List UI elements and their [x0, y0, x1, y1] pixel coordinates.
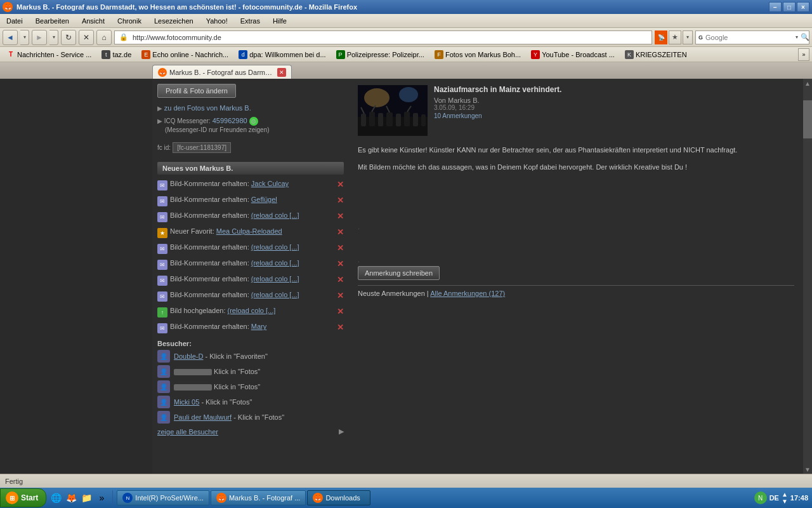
taskbar-language: DE — [769, 494, 779, 502]
news-link-0[interactable]: Jack Culcay — [251, 180, 289, 187]
bookmark-fotos[interactable]: F Fotos von Markus Boh... — [431, 49, 525, 60]
news-link-5[interactable]: (reload colo [...] — [251, 259, 299, 267]
news-close-8[interactable]: ✕ — [337, 307, 344, 316]
bookmark-echo[interactable]: E Echo online - Nachrich... — [138, 49, 232, 60]
minimize-button[interactable]: − — [769, 2, 782, 12]
visitor-link-3[interactable]: Micki 05 — [174, 398, 199, 406]
news-close-5[interactable]: ✕ — [337, 259, 344, 269]
write-comment-button[interactable]: Anmerkung schreiben — [358, 266, 440, 280]
bookmarks-more-button[interactable]: » — [798, 48, 809, 61]
visitor-link-4[interactable]: Pauli der Maulwurf — [174, 413, 232, 421]
taskbar-folder-icon[interactable]: 📁 — [79, 491, 93, 505]
scroll-track[interactable] — [803, 138, 812, 465]
news-item-3: ★ Neuer Favorit: Mea Culpa-Reloaded ✕ — [157, 226, 344, 239]
back-dropdown[interactable]: ▾ — [20, 30, 29, 45]
taskbar-item-markus[interactable]: 🦊 Markus B. - Fotograf ... — [211, 490, 306, 505]
news-link-6[interactable]: (reload colo [...] — [251, 275, 299, 283]
title-bar-buttons[interactable]: − □ × — [769, 2, 809, 12]
start-button[interactable]: ⊞ Start — [0, 488, 46, 507]
visitor-link-0[interactable]: Double-D — [174, 352, 203, 360]
refresh-button[interactable]: ↻ — [61, 30, 76, 45]
taskbar-ff-icon[interactable]: 🦊 — [64, 491, 78, 505]
nav-right: 📡 ★ ▾ — [655, 30, 693, 44]
search-submit[interactable]: 🔍 — [801, 33, 809, 41]
taskbar-more-icon[interactable]: » — [95, 491, 108, 505]
menu-extras[interactable]: Extras — [237, 16, 264, 26]
profile-edit-button[interactable]: Profil & Foto ändern — [157, 84, 236, 98]
photos-link[interactable]: zu den Fotos von Markus B. — [164, 104, 251, 112]
news-link-2[interactable]: (reload colo [...] — [251, 211, 299, 219]
dpa-icon: d — [239, 50, 247, 59]
news-link-1[interactable]: Geflügel — [251, 196, 277, 203]
menu-yahoo[interactable]: Yahoo! — [202, 16, 232, 26]
bookmark-dpa[interactable]: d dpa: Willkommen bei d... — [235, 49, 329, 60]
menu-ansicht[interactable]: Ansicht — [78, 16, 108, 26]
search-dropdown[interactable]: ▾ — [796, 34, 798, 40]
menu-datei[interactable]: Datei — [3, 16, 27, 26]
stop-button[interactable]: ✕ — [79, 30, 94, 45]
taskbar-lang-arrows[interactable]: ▲▼ — [782, 491, 788, 505]
taskbar-intel-label: Intel(R) ProSet/Wire... — [135, 494, 204, 502]
scroll-thumb[interactable] — [803, 100, 812, 138]
taskbar-item-intel[interactable]: N Intel(R) ProSet/Wire... — [117, 490, 209, 505]
tab-close-button[interactable]: ✕ — [277, 68, 286, 77]
svg-rect-4 — [361, 114, 366, 126]
profile-photos-link-section: ▶ zu den Fotos von Markus B. — [157, 104, 344, 112]
anmerkungen-link[interactable]: Alle Anmerkungen (127) — [430, 290, 505, 297]
menu-bearbeiten[interactable]: Bearbeiten — [32, 16, 73, 26]
bookmark-polizei[interactable]: P Polizeipresse: Polizeipr... — [332, 49, 428, 60]
maximize-button[interactable]: □ — [783, 2, 796, 12]
dot-separator: . — [358, 223, 794, 231]
icq-number[interactable]: 459962980 — [213, 117, 247, 124]
address-bar[interactable]: 🔒 http://www.fotocommunity.de — [114, 30, 652, 44]
fotos-icon: F — [435, 50, 443, 59]
taskbar: ⊞ Start 🌐 🦊 📁 » N Intel(R) ProSet/Wire..… — [0, 488, 812, 508]
taskbar-ie-icon[interactable]: 🌐 — [49, 491, 63, 505]
back-button[interactable]: ◄ — [3, 30, 18, 45]
news-close-6[interactable]: ✕ — [337, 275, 344, 284]
news-close-0[interactable]: ✕ — [337, 180, 344, 189]
menu-lesezeichen[interactable]: Lesezeichen — [150, 16, 197, 26]
scrollbar[interactable]: ▲ ▼ — [803, 79, 812, 474]
tab-markus[interactable]: 🦊 Markus B. - Fotograf aus Darmst... ✕ — [152, 65, 292, 79]
featured-date: 3.05.09, 16:29 — [434, 104, 794, 111]
bookmark-youtube[interactable]: Y YouTube - Broadcast ... — [527, 49, 619, 60]
bookmark-kriegszeiten[interactable]: K KRIEGSZEITEN — [621, 49, 691, 60]
show-all-visitors-link[interactable]: zeige alle Besucher — [157, 428, 218, 436]
news-link-8[interactable]: (reload colo [...] — [228, 307, 276, 314]
scroll-down[interactable]: ▼ — [803, 465, 812, 474]
news-close-7[interactable]: ✕ — [337, 291, 344, 300]
news-mail-icon-9: ✉ — [157, 323, 167, 333]
feed-button[interactable]: 📡 — [655, 30, 667, 44]
visitors-header: Besucher: — [157, 340, 344, 347]
taskbar-network-icon[interactable]: N — [754, 491, 767, 504]
svg-point-1 — [364, 88, 390, 107]
menu-chronik[interactable]: Chronik — [114, 16, 145, 26]
bookmark-arrow-button[interactable]: ▾ — [683, 30, 693, 44]
news-close-9[interactable]: ✕ — [337, 323, 344, 332]
bookmark-t-mobile[interactable]: T Nachrichten - Service ... — [3, 49, 95, 60]
menu-hilfe[interactable]: Hilfe — [269, 16, 291, 26]
scroll-up[interactable]: ▲ — [803, 79, 812, 88]
forward-dropdown[interactable]: ▾ — [49, 30, 58, 45]
news-close-1[interactable]: ✕ — [337, 196, 344, 205]
home-button[interactable]: ⌂ — [96, 30, 112, 45]
taskbar-time: 17:48 — [790, 494, 808, 502]
featured-photo[interactable] — [358, 85, 428, 136]
news-link-7[interactable]: (reload colo [...] — [251, 291, 299, 298]
news-close-2[interactable]: ✕ — [337, 211, 344, 221]
news-link-4[interactable]: (reload colo [...] — [251, 243, 299, 251]
close-button[interactable]: × — [797, 2, 809, 12]
news-link-9[interactable]: Mary — [251, 323, 266, 330]
bookmark-star-button[interactable]: ★ — [669, 30, 681, 44]
kriegszeiten-icon: K — [625, 50, 634, 59]
taskbar-item-downloads[interactable]: 🦊 Downloads — [307, 490, 370, 505]
news-close-4[interactable]: ✕ — [337, 243, 344, 253]
taskbar-divider — [112, 490, 113, 505]
news-close-3[interactable]: ✕ — [337, 227, 344, 237]
fc-id-label: fc id: — [157, 144, 171, 151]
news-link-3[interactable]: Mea Culpa-Reloaded — [216, 227, 282, 235]
search-input[interactable] — [705, 34, 793, 41]
bookmark-taz[interactable]: t taz.de — [98, 49, 135, 60]
forward-button[interactable]: ► — [32, 30, 47, 45]
